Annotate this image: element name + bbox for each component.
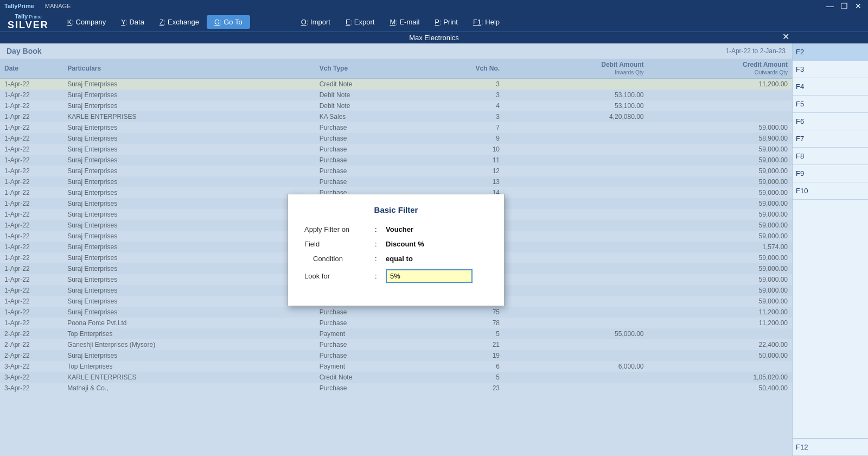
filter-condition-value: equal to [386, 255, 413, 263]
sub-title-bar: Max Electronics ✕ [0, 31, 868, 43]
filter-lookfor-row: Look for : [304, 269, 488, 283]
f9-btn[interactable]: F9 [793, 165, 868, 182]
menu-export[interactable]: E: Export [338, 15, 382, 29]
close-x[interactable]: ✕ [782, 31, 789, 42]
menu-goto[interactable]: G: Go To [207, 15, 250, 29]
filter-lookfor-input[interactable] [386, 269, 473, 283]
logo-silver: SILVER [8, 20, 49, 31]
title-bar-controls: — ❐ ✕ [825, 2, 864, 10]
f12-btn[interactable]: F12 [793, 438, 868, 456]
dialog-title: Basic Filter [304, 205, 488, 214]
f3-btn[interactable]: F3 [793, 61, 868, 78]
company-name: Max Electronics [409, 34, 459, 42]
filter-apply-label: Apply Filter on [304, 225, 375, 233]
f8-btn[interactable]: F8 [793, 148, 868, 165]
filter-condition-label: Condition [304, 255, 375, 263]
f6-btn[interactable]: F6 [793, 113, 868, 130]
f2-btn[interactable]: F2 [793, 43, 868, 61]
close-btn[interactable]: ✕ [853, 2, 864, 10]
menu-print[interactable]: P: Print [427, 15, 465, 29]
f7-btn[interactable]: F7 [793, 130, 868, 148]
maximize-btn[interactable]: ❐ [839, 2, 850, 10]
filter-apply-value: Voucher [386, 225, 413, 233]
menu-company[interactable]: K: Company [60, 15, 114, 29]
menu-import[interactable]: O: Import [293, 15, 338, 29]
f4-btn[interactable]: F4 [793, 78, 868, 96]
f5-btn[interactable]: F5 [793, 96, 868, 113]
logo-prime: Prime [29, 14, 42, 20]
filter-field-value: Discount % [386, 240, 424, 248]
title-bar: TallyPrime MANAGE — ❐ ✕ [0, 0, 868, 12]
minimize-btn[interactable]: — [825, 2, 835, 10]
f10-btn[interactable]: F10 [793, 182, 868, 200]
right-panel: F2 F3 F4 F5 F6 F7 F8 F9 F10 F12 [792, 43, 868, 456]
filter-field-label: Field [304, 240, 375, 248]
filter-apply-row: Apply Filter on : Voucher [304, 225, 488, 233]
content-area: Day Book 1-Apr-22 to 2-Jan-23 Date Parti… [0, 43, 792, 456]
menu-help[interactable]: F1: Help [465, 15, 507, 29]
logo-tally: Tally [15, 13, 28, 20]
modal-overlay: Basic Filter Apply Filter on : Voucher F… [0, 43, 792, 456]
app-name: TallyPrime [4, 3, 34, 9]
filter-lookfor-label: Look for [304, 272, 375, 280]
main-layout: Day Book 1-Apr-22 to 2-Jan-23 Date Parti… [0, 43, 868, 456]
menu-bar: Tally Prime SILVER K: Company Y: Data Z:… [0, 12, 868, 31]
basic-filter-dialog: Basic Filter Apply Filter on : Voucher F… [288, 194, 505, 306]
menu-data[interactable]: Y: Data [113, 15, 152, 29]
filter-condition-row: Condition : equal to [304, 255, 488, 263]
manage-label: MANAGE [45, 3, 71, 9]
filter-field-row: Field : Discount % [304, 240, 488, 248]
menu-exchange[interactable]: Z: Exchange [152, 15, 207, 29]
logo-area: Tally Prime SILVER [2, 12, 54, 32]
menu-email[interactable]: M: E-mail [382, 15, 427, 29]
title-bar-left: TallyPrime MANAGE [4, 3, 71, 9]
